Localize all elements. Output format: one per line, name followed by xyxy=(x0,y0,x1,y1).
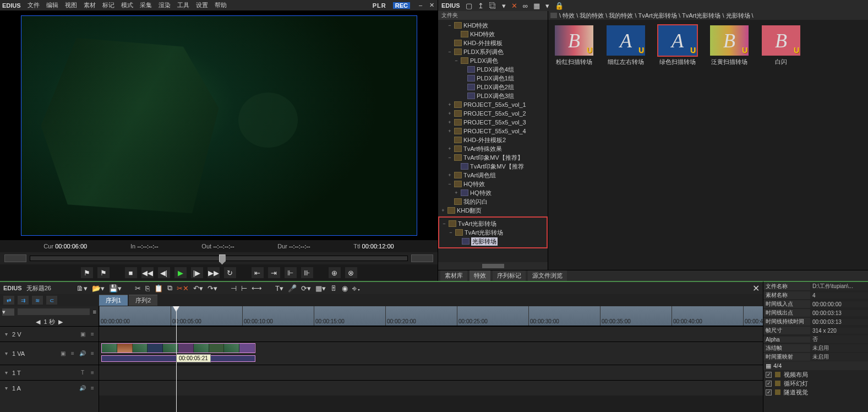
new-icon[interactable]: 🗎▾ xyxy=(77,284,88,292)
lane-1t[interactable] xyxy=(99,365,763,380)
mode-1-icon[interactable]: ⇄ xyxy=(3,296,14,305)
tree-node[interactable]: TvArt印象MV【推荐 xyxy=(438,162,548,171)
tree-node[interactable]: +PROJECT_55x5_vol_3 xyxy=(438,118,548,127)
tree-node[interactable]: +HQ特效 xyxy=(438,188,548,197)
menu-mode[interactable]: 模式 xyxy=(121,1,133,9)
out-icon[interactable]: ⎆▾ xyxy=(352,284,361,292)
export-icon[interactable]: ▦▾ xyxy=(315,284,326,292)
delete-icon[interactable]: ✕ xyxy=(511,2,517,10)
effect-thumb[interactable]: BU白闪 xyxy=(762,25,800,66)
minimize-icon[interactable]: – xyxy=(417,2,424,9)
tree-node[interactable]: −HQ特效 xyxy=(438,180,548,188)
redo-icon[interactable]: ↷▾ xyxy=(208,284,217,292)
prop-check[interactable]: ✓视频布局 xyxy=(763,370,868,379)
tree-node[interactable]: PLDX调色1组 xyxy=(438,74,548,83)
tree-node[interactable]: −TvArt光影转场 xyxy=(439,228,547,237)
lock-icon[interactable]: 🔒 xyxy=(555,2,564,10)
dropdown-icon[interactable]: ▾ xyxy=(502,2,506,10)
menu-render[interactable]: 渲染 xyxy=(159,1,171,9)
paste2-icon[interactable]: ⧉ xyxy=(167,284,172,292)
effect-thumb[interactable]: BU粉红扫描转场 xyxy=(555,25,593,66)
menu-capture[interactable]: 采集 xyxy=(140,1,152,9)
tab-markers[interactable]: 序列标记 xyxy=(493,270,526,281)
seq-tab-2[interactable]: 序列2 xyxy=(129,295,157,306)
scrub-left[interactable] xyxy=(4,254,26,262)
tree-node[interactable]: −TvArt光影转场 xyxy=(439,219,547,228)
scrub-right[interactable] xyxy=(411,254,433,262)
zoom-next-icon[interactable]: ▶ xyxy=(58,318,63,326)
copy-icon[interactable]: ⎘ xyxy=(145,284,150,292)
split-icon[interactable]: ⟷ xyxy=(252,284,262,292)
tree-node[interactable]: −TvArt印象MV【推荐】 xyxy=(438,153,548,162)
tree-node[interactable]: 我的闪白 xyxy=(438,197,548,206)
tab-bin[interactable]: 素材库 xyxy=(440,270,467,281)
tree-node[interactable]: +PROJECT_55x5_vol_2 xyxy=(438,109,548,118)
tab-effects[interactable]: 特效 xyxy=(470,270,490,281)
undo-icon[interactable]: ↶▾ xyxy=(193,284,203,292)
tab-source[interactable]: 源文件浏览 xyxy=(528,270,567,281)
zoom-slider[interactable] xyxy=(18,308,90,315)
prev-frame-icon[interactable]: ◀| xyxy=(158,267,170,278)
menu-help[interactable]: 帮助 xyxy=(215,1,227,9)
menu-marker[interactable]: 标记 xyxy=(102,1,114,9)
tree-icon[interactable]: ⿻ xyxy=(489,2,496,10)
scrub-track[interactable] xyxy=(30,256,408,261)
mode-3-icon[interactable]: ≋ xyxy=(32,296,43,305)
vtoggle-icon[interactable]: ▾ xyxy=(2,308,14,316)
play-icon[interactable]: ▶ xyxy=(174,267,187,278)
snap-icon[interactable]: ⊂ xyxy=(46,296,57,305)
tree-node[interactable]: +TvArt特殊效果 xyxy=(438,144,548,153)
mode-2-icon[interactable]: ⇉ xyxy=(18,296,29,305)
prop-check[interactable]: ✓循环幻灯 xyxy=(763,379,868,388)
link-icon[interactable]: ∞ xyxy=(523,2,528,10)
goto-in-icon[interactable]: ⇤ xyxy=(252,267,264,278)
tree-node[interactable]: −PLDX系列调色 xyxy=(438,47,548,56)
menu-edit[interactable]: 编辑 xyxy=(46,1,58,9)
stop-icon[interactable]: ■ xyxy=(125,267,137,278)
options-icon[interactable]: ≡ xyxy=(93,308,96,315)
track-header[interactable]: ▾2 V▣≡ xyxy=(0,326,99,341)
tree-node[interactable]: KHD特效 xyxy=(438,30,548,39)
next-edit-icon[interactable]: ⊪ xyxy=(301,267,313,278)
tree-node[interactable]: PLDX调色3组 xyxy=(438,91,548,100)
seq-tab-1[interactable]: 序列1 xyxy=(99,295,128,306)
tree-scrollbar[interactable] xyxy=(438,262,548,270)
overwrite-icon[interactable]: ⊗ xyxy=(345,267,357,278)
insert-icon[interactable]: ⊕ xyxy=(329,267,341,278)
out-flag-icon[interactable]: ⚑ xyxy=(97,267,110,278)
menu-view[interactable]: 视图 xyxy=(65,1,77,9)
loop-icon[interactable]: ↻ xyxy=(224,267,236,278)
title-icon[interactable]: T▾ xyxy=(275,284,283,292)
up-icon[interactable]: ↥ xyxy=(478,2,484,10)
paste-icon[interactable]: 📋 xyxy=(154,284,163,292)
ripple-delete-icon[interactable]: ✂✕ xyxy=(177,284,189,292)
goto-out-icon[interactable]: ⇥ xyxy=(268,267,280,278)
tree-node[interactable]: −KHD特效 xyxy=(438,21,548,30)
tree-node[interactable]: +PROJECT_55x5_vol_1 xyxy=(438,100,548,109)
tree-node[interactable]: +TvArt调色组 xyxy=(438,171,548,180)
trim-in-icon[interactable]: ⊣ xyxy=(231,284,237,292)
lane-2v[interactable] xyxy=(99,326,763,341)
tree-node[interactable]: KHD-外挂模板 xyxy=(438,39,548,47)
track-header[interactable]: ▾1 A🔊≡ xyxy=(0,380,99,395)
tree-node[interactable]: PLDX调色4组 xyxy=(438,65,548,74)
tree-node[interactable]: +PROJECT_55x5_vol_4 xyxy=(438,127,548,135)
mixer-icon[interactable]: 🎚 xyxy=(330,284,337,292)
prop-check[interactable]: ✓隧道视觉 xyxy=(763,388,868,397)
voice-icon[interactable]: 🎤 xyxy=(288,284,297,292)
menu-settings[interactable]: 设置 xyxy=(196,1,208,9)
cut-icon[interactable]: ✂ xyxy=(135,284,141,292)
rewind-icon[interactable]: ◀◀ xyxy=(141,267,154,278)
video-frame[interactable] xyxy=(21,15,417,236)
tree-node[interactable]: +KHD翻页 xyxy=(438,206,548,215)
lane-1a[interactable] xyxy=(99,380,763,395)
trim-out-icon[interactable]: ⊢ xyxy=(241,284,247,292)
folder-open-icon[interactable]: ▢ xyxy=(466,2,472,10)
grid-icon[interactable]: ▦ xyxy=(533,2,540,10)
dropdown2-icon[interactable]: ▾ xyxy=(545,2,549,10)
lane-1va[interactable]: 00:00:05:21 xyxy=(99,341,763,365)
tree-node[interactable]: PLDX调色2组 xyxy=(438,83,548,91)
in-flag-icon[interactable]: ⚑ xyxy=(81,267,93,278)
zoom-prev-icon[interactable]: ◀ xyxy=(36,318,40,326)
menu-clip[interactable]: 素材 xyxy=(84,1,96,9)
